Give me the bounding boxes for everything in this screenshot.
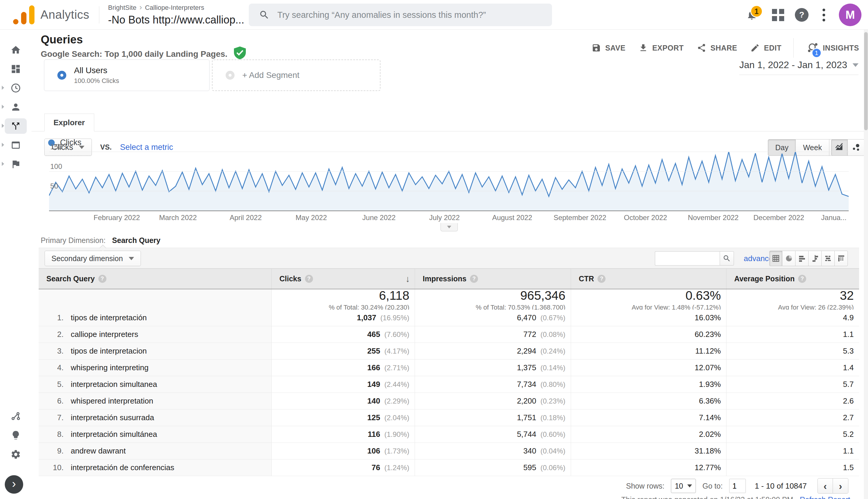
segment-all-users[interactable]: All Users 100.00% Clicks (44, 60, 210, 91)
scrollbar-thumb[interactable] (864, 32, 868, 130)
product-name: Analytics (40, 8, 89, 21)
help-icon: ? (795, 8, 808, 22)
percentage-view-toggle[interactable] (782, 251, 795, 266)
account-picker[interactable]: BrightSite › Calliope-Interpreters -No B… (108, 3, 255, 26)
show-rows-select[interactable]: 10 (671, 479, 696, 493)
analytics-logo-icon[interactable] (13, 5, 35, 24)
impressions-value: 1,375 (517, 363, 536, 372)
sidebar-item-customization[interactable] (0, 60, 32, 78)
help-icon[interactable]: ? (470, 275, 478, 283)
sidebar-item-home[interactable] (0, 40, 32, 60)
next-page-button[interactable]: › (833, 478, 848, 494)
table-view-toggle[interactable] (769, 251, 782, 266)
sidebar-item-realtime[interactable] (0, 78, 32, 98)
scrollbar-track[interactable] (864, 30, 868, 499)
edit-button[interactable]: EDIT (750, 43, 781, 53)
sidebar-item-attribution[interactable] (0, 407, 32, 426)
query-cell[interactable]: 4.whispering interpreting (39, 360, 271, 376)
pivot-view-toggle[interactable] (835, 251, 848, 266)
query-text[interactable]: interpretación susurrada (71, 413, 154, 422)
column-header-clicks[interactable]: Clicks ? ↓ (271, 269, 415, 289)
query-cell[interactable]: 1.tipos de interpretación (39, 309, 271, 326)
query-cell[interactable]: 7.interpretación susurrada (39, 410, 271, 426)
clicks-cell: 1,037(16.95%) (271, 309, 415, 326)
more-menu-button[interactable] (813, 4, 834, 25)
query-cell[interactable]: 9.andrew dawrant (39, 443, 271, 459)
help-button[interactable]: ? (791, 4, 812, 25)
verified-shield-icon (234, 46, 246, 60)
motion-chart-toggle[interactable] (848, 139, 865, 156)
help-icon[interactable]: ? (305, 275, 313, 283)
primary-dimension-value[interactable]: Search Query (112, 236, 161, 245)
query-text[interactable]: interpretación de conferencias (71, 463, 174, 472)
term-cloud-view-toggle[interactable] (822, 251, 835, 266)
sidebar-item-admin[interactable] (0, 445, 32, 464)
query-text[interactable]: tipos de interpretación (71, 313, 147, 322)
average-position-value: 1.4 (843, 363, 854, 372)
refresh-report-link[interactable]: Refresh Report (799, 496, 850, 499)
table-search-button[interactable] (720, 251, 734, 266)
ctr-value: 60.23% (695, 330, 721, 339)
help-icon[interactable]: ? (798, 275, 806, 283)
clicks-percent: (7.60%) (384, 330, 409, 339)
apps-grid-icon (772, 9, 784, 21)
previous-page-button[interactable]: ‹ (817, 478, 833, 494)
query-cell[interactable]: 5.interpretacion simultanea (39, 376, 271, 392)
column-header-ctr[interactable]: CTR ? (571, 269, 726, 289)
query-text[interactable]: whispering interpreting (71, 363, 149, 372)
query-cell[interactable]: 10.interpretación de conferencias (39, 460, 271, 476)
tab-explorer[interactable]: Explorer (44, 113, 94, 132)
global-search[interactable] (249, 3, 552, 26)
help-icon[interactable]: ? (98, 275, 107, 283)
insights-button[interactable]: 1 INSIGHTS (807, 42, 859, 54)
query-text[interactable]: andrew dawrant (71, 446, 126, 455)
query-cell[interactable]: 6.whispered interpretation (39, 393, 271, 409)
performance-view-toggle[interactable] (795, 251, 808, 266)
query-cell[interactable]: 3.tipos de interpretacion (39, 343, 271, 359)
query-text[interactable]: whispered interpretation (71, 397, 153, 406)
user-avatar[interactable]: M (839, 3, 861, 26)
select-metric-link[interactable]: Select a metric (120, 143, 173, 152)
show-rows-value: 10 (675, 482, 683, 490)
save-button[interactable]: SAVE (592, 43, 625, 53)
generated-text: This report was generated on 1/16/23 at … (621, 496, 797, 499)
table-search-input[interactable] (655, 251, 720, 266)
chart-collapse-handle[interactable] (441, 223, 458, 231)
table-totals-row: 6,118 % of Total: 30.24% (20,230) 965,34… (39, 289, 859, 309)
sidebar-item-audience[interactable] (0, 98, 32, 117)
query-cell[interactable]: 2.calliope interpreters (39, 326, 271, 343)
clicks-cell: 255(4.17%) (271, 343, 415, 359)
sidebar-item-conversions[interactable] (0, 155, 32, 174)
search-input[interactable] (277, 10, 539, 20)
query-text[interactable]: calliope interpreters (71, 330, 138, 339)
query-text[interactable]: tipos de interpretacion (71, 346, 147, 356)
help-icon[interactable]: ? (597, 275, 606, 283)
average-position-value: 5.3 (843, 346, 854, 356)
ctr-value: 31.18% (695, 446, 721, 455)
share-button[interactable]: SHARE (697, 43, 737, 53)
column-header-search-query[interactable]: Search Query ? (39, 269, 271, 289)
comparison-view-toggle[interactable] (808, 251, 822, 266)
notifications-button[interactable]: 1 (741, 4, 762, 25)
row-rank: 2. (46, 330, 64, 339)
query-text[interactable]: interpretacion simultanea (71, 380, 157, 389)
add-segment-button[interactable]: + Add Segment (212, 60, 381, 91)
query-text[interactable]: interpretación simultánea (71, 430, 157, 439)
sidebar-item-behavior[interactable] (0, 136, 32, 155)
column-header-average-position[interactable]: Average Position ? (726, 269, 859, 289)
sidebar-item-acquisition[interactable] (0, 117, 32, 136)
sidebar-item-discover[interactable] (0, 426, 32, 445)
segment-detail: 100.00% Clicks (74, 77, 119, 85)
column-header-impressions[interactable]: Impressions ? (415, 269, 571, 289)
average-position-value: 2.6 (843, 397, 854, 406)
secondary-dimension-dropdown[interactable]: Secondary dimension (45, 251, 141, 266)
pencil-icon (750, 43, 760, 53)
apps-button[interactable] (768, 4, 788, 25)
sidebar-collapse-button[interactable]: › (5, 475, 23, 494)
goto-page-input[interactable] (729, 479, 746, 493)
date-range-picker[interactable]: Jan 1, 2022 - Jan 1, 2023 (739, 60, 858, 75)
left-sidebar: › (0, 30, 32, 499)
clicks-line-chart[interactable] (49, 152, 849, 210)
export-button[interactable]: EXPORT (638, 43, 684, 53)
query-cell[interactable]: 8.interpretación simultánea (39, 426, 271, 442)
